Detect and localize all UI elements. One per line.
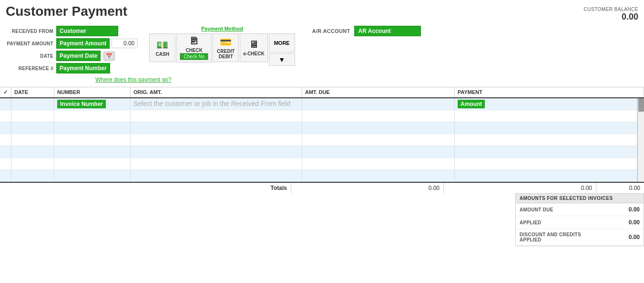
customer-balance-area: CUSTOMER BALANCE 0.00	[583, 4, 638, 22]
table-row[interactable]	[0, 146, 637, 158]
where-payment-goes-link[interactable]: Where does this payment go?	[0, 75, 644, 85]
totals-amt-due: 0.00	[443, 183, 596, 193]
summary-discount-value: 0.00	[629, 234, 640, 241]
table-header: ✓ DATE NUMBER ORIG. AMT. AMT. DUE PAYMEN…	[0, 87, 644, 98]
td-amt-due-2	[302, 110, 455, 122]
reference-label: REFERENCE #	[6, 66, 53, 71]
td-payment-7	[455, 170, 637, 181]
ar-account-input[interactable]: AR Account	[354, 26, 421, 36]
payment-amount-row: PAYMENT AMOUNT Payment Amount 0.00	[6, 38, 138, 49]
summary-box: AMOUNTS FOR SELECTED INVOICES AMOUNT DUE…	[515, 193, 644, 246]
reference-row: REFERENCE # Payment Number	[6, 63, 138, 73]
cash-label: CASH	[156, 52, 169, 57]
td-check-3[interactable]	[0, 122, 11, 134]
payment-amount-field-group: Payment Amount 0.00	[56, 38, 138, 49]
td-orig-2	[131, 110, 302, 122]
calendar-icon[interactable]: 📅	[103, 52, 115, 61]
td-number-5	[54, 146, 131, 157]
td-payment-5	[455, 146, 637, 157]
td-number-7	[54, 170, 131, 181]
credit-debit-button[interactable]: 💳 CREDIT DEBIT	[213, 33, 239, 62]
more-button[interactable]: MORE	[269, 33, 295, 52]
check-label: CHECK	[185, 48, 203, 53]
th-amt-due: AMT. DUE	[302, 87, 455, 97]
th-payment: PAYMENT	[455, 87, 644, 97]
date-row: DATE Payment Date 📅	[6, 51, 138, 61]
date-field[interactable]: Payment Date	[56, 51, 101, 61]
table-row[interactable]	[0, 170, 637, 182]
vertical-scrollbar[interactable]	[637, 98, 644, 182]
table-scroll-area: Invoice Number Select the customer or jo…	[0, 98, 644, 182]
more-down-col: MORE ▼	[269, 33, 295, 66]
ar-account-area: A/R ACCOUNT AR Account	[312, 26, 421, 36]
cash-icon: 💵	[156, 39, 168, 51]
invoice-table: ✓ DATE NUMBER ORIG. AMT. AMT. DUE PAYMEN…	[0, 87, 644, 193]
customer-balance-label: CUSTOMER BALANCE	[583, 7, 638, 12]
td-check-5[interactable]	[0, 146, 11, 157]
td-payment-4	[455, 134, 637, 146]
td-number-6	[54, 158, 131, 169]
table-row[interactable]: Invoice Number Select the customer or jo…	[0, 98, 637, 110]
th-date: DATE	[11, 87, 54, 97]
td-number-2	[54, 110, 131, 122]
td-date-1	[11, 98, 54, 110]
invoice-number-cell[interactable]: Invoice Number	[57, 100, 106, 108]
customer-payment-page: Customer Payment CUSTOMER BALANCE 0.00 R…	[0, 0, 644, 283]
credit-debit-label2: DEBIT	[219, 54, 233, 59]
table-row[interactable]	[0, 134, 637, 146]
check-no-input[interactable]	[180, 53, 208, 60]
customer-balance-value: 0.00	[622, 12, 638, 22]
echeck-icon: 🖥	[249, 39, 258, 50]
ar-account-label: A/R ACCOUNT	[312, 28, 350, 34]
summary-amount-due-row: AMOUNT DUE 0.00	[516, 203, 644, 216]
check-icon: 🖹	[189, 36, 199, 47]
td-orig-5	[131, 146, 302, 157]
cash-button[interactable]: 💵 CASH	[149, 33, 175, 62]
check-button[interactable]: 🖹 CHECK	[176, 33, 212, 63]
table-row[interactable]	[0, 110, 637, 122]
summary-applied-row: APPLIED 0.00	[516, 216, 644, 229]
td-date-6	[11, 158, 54, 169]
page-header: Customer Payment CUSTOMER BALANCE 0.00	[0, 0, 644, 24]
td-orig-1: Select the customer or job in the Receiv…	[131, 98, 302, 110]
td-check-7[interactable]	[0, 170, 11, 181]
table-body: Invoice Number Select the customer or jo…	[0, 98, 637, 182]
td-date-2	[11, 110, 54, 122]
td-orig-3	[131, 122, 302, 134]
echeck-button[interactable]: 🖥 e-CHECK	[240, 33, 267, 62]
payment-amount-value[interactable]: 0.00	[112, 39, 138, 48]
totals-orig-amt: 0.00	[291, 183, 443, 193]
table-row[interactable]	[0, 158, 637, 170]
td-orig-7	[131, 170, 302, 181]
dropdown-down-button[interactable]: ▼	[269, 53, 295, 66]
table-row[interactable]	[0, 122, 637, 134]
amount-cell[interactable]: Amount	[458, 100, 485, 108]
th-check: ✓	[0, 87, 11, 97]
td-check-1[interactable]	[0, 98, 11, 110]
payment-amount-field[interactable]: Payment Amount	[56, 38, 110, 49]
summary-discount-row: DISCOUNT AND CREDITSAPPLIED 0.00	[516, 229, 644, 246]
summary-discount-label: DISCOUNT AND CREDITSAPPLIED	[520, 232, 581, 242]
date-label: DATE	[6, 53, 53, 59]
received-from-label: RECEIVED FROM	[6, 29, 53, 34]
th-number: NUMBER	[54, 87, 131, 97]
form-area: RECEIVED FROM Customer PAYMENT AMOUNT Pa…	[0, 24, 644, 75]
totals-label: Totals	[0, 183, 291, 193]
payment-method-area: Payment Method 💵 CASH 🖹 CHECK 💳 CREDIT	[149, 26, 295, 66]
received-from-row: RECEIVED FROM Customer	[6, 26, 138, 36]
td-orig-6	[131, 158, 302, 169]
td-check-4[interactable]	[0, 134, 11, 146]
left-fields: RECEIVED FROM Customer PAYMENT AMOUNT Pa…	[6, 26, 138, 73]
payment-buttons-group: 💵 CASH 🖹 CHECK 💳 CREDIT DEBIT 🖥	[149, 33, 295, 66]
summary-applied-label: APPLIED	[520, 220, 541, 225]
summary-amount-due-value: 0.00	[629, 206, 640, 213]
scrollbar-thumb[interactable]	[638, 98, 644, 112]
td-check-6[interactable]	[0, 158, 11, 169]
check-label-group: CHECK	[180, 48, 208, 60]
received-from-select[interactable]: Customer	[56, 26, 118, 36]
td-check-2[interactable]	[0, 110, 11, 122]
td-payment-2	[455, 110, 637, 122]
td-date-7	[11, 170, 54, 181]
td-date-3	[11, 122, 54, 134]
reference-field[interactable]: Payment Number	[56, 63, 110, 73]
